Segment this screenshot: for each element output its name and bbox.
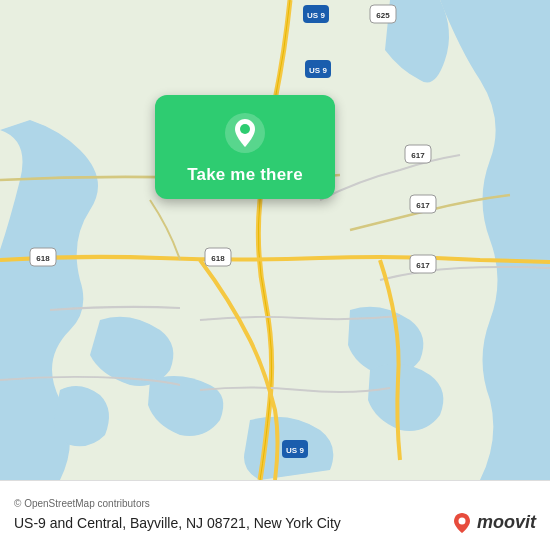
svg-text:617: 617 — [416, 201, 430, 210]
moovit-text: moovit — [477, 512, 536, 533]
bottom-bar: © OpenStreetMap contributors US-9 and Ce… — [0, 480, 550, 550]
svg-text:US 9: US 9 — [307, 11, 325, 20]
svg-text:618: 618 — [36, 254, 50, 263]
bottom-content: © OpenStreetMap contributors US-9 and Ce… — [14, 498, 536, 534]
svg-text:US 9: US 9 — [309, 66, 327, 75]
svg-text:617: 617 — [411, 151, 425, 160]
map-view: US 9 US 9 US 9 617 617 617 618 618 625 T… — [0, 0, 550, 480]
moovit-logo: moovit — [451, 512, 536, 534]
bottom-main-row: US-9 and Central, Bayville, NJ 08721, Ne… — [14, 512, 536, 534]
take-me-there-label: Take me there — [187, 165, 303, 185]
svg-text:617: 617 — [416, 261, 430, 270]
svg-text:618: 618 — [211, 254, 225, 263]
copyright-row: © OpenStreetMap contributors — [14, 498, 536, 509]
svg-point-20 — [240, 124, 250, 134]
moovit-pin-icon — [451, 512, 473, 534]
svg-text:US 9: US 9 — [286, 446, 304, 455]
copyright-text: © OpenStreetMap contributors — [14, 498, 150, 509]
take-me-there-card[interactable]: Take me there — [155, 95, 335, 199]
map-pin-icon — [223, 111, 267, 155]
svg-text:625: 625 — [376, 11, 390, 20]
location-text: US-9 and Central, Bayville, NJ 08721, Ne… — [14, 515, 451, 531]
svg-point-21 — [458, 517, 465, 524]
